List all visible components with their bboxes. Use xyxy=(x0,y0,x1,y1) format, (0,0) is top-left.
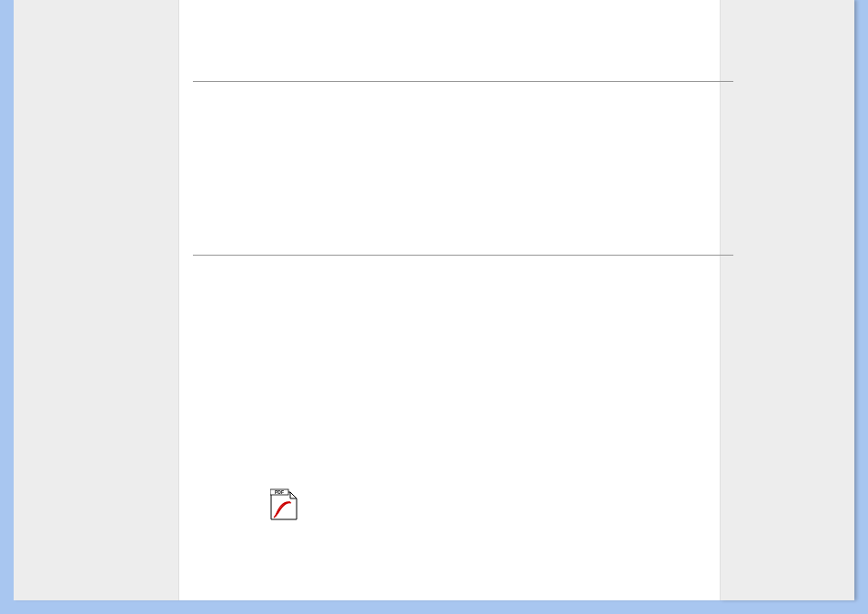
app-frame: PDF xyxy=(0,0,868,614)
svg-text:PDF: PDF xyxy=(275,489,284,495)
main-content-area: PDF xyxy=(179,0,720,600)
pdf-icon: PDF xyxy=(270,488,298,520)
right-sidebar xyxy=(720,0,854,600)
section-divider xyxy=(193,255,733,256)
content-container: PDF xyxy=(14,0,854,600)
pdf-attachment-link[interactable]: PDF xyxy=(270,488,298,524)
section-divider xyxy=(193,81,733,82)
left-sidebar xyxy=(14,0,179,600)
